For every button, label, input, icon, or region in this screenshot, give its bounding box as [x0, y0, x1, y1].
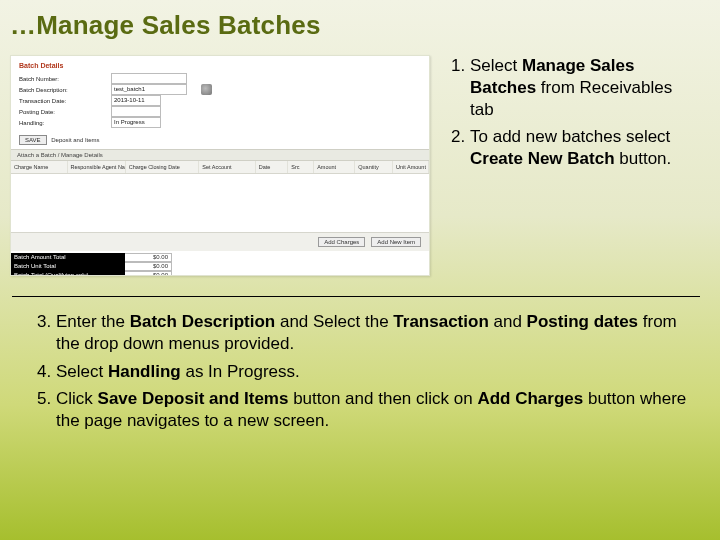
- handling-label: Handling:: [19, 120, 105, 126]
- summary-row: Batch Amount Total $0.00: [11, 253, 429, 262]
- grid-header: Charge Name Responsible Agent Name Charg…: [11, 161, 429, 174]
- summary-label: Batch Amount Total: [11, 253, 125, 262]
- col-amount: Amount: [314, 161, 355, 173]
- step-2: To add new batches select Create New Bat…: [470, 126, 698, 170]
- col-date: Date: [256, 161, 289, 173]
- panel-heading: Batch Details: [19, 62, 421, 69]
- posting-date-label: Posting Date:: [19, 109, 105, 115]
- add-new-item-button[interactable]: Add New Item: [371, 237, 421, 247]
- step-5: Click Save Deposit and Items button and …: [56, 388, 698, 432]
- summary-block: Batch Amount Total $0.00 Batch Unit Tota…: [11, 251, 429, 276]
- steps-right: Select Manage Sales Batches from Receiva…: [442, 55, 702, 176]
- col-closing-date: Charge Closing Date: [126, 161, 200, 173]
- col-account: Set Account: [199, 161, 256, 173]
- summary-label: Batch Unit Total: [11, 262, 125, 271]
- col-charge-name: Charge Name: [11, 161, 68, 173]
- summary-value: $0.00: [125, 271, 172, 276]
- speaker-icon[interactable]: [201, 84, 212, 95]
- summary-row: Batch Total (Qualifying only) $0.00: [11, 271, 429, 276]
- step-4: Select Handling as In Progress.: [56, 361, 698, 383]
- page-title: …Manage Sales Batches: [10, 10, 702, 41]
- step-1: Select Manage Sales Batches from Receiva…: [470, 55, 698, 120]
- divider: [12, 296, 700, 297]
- summary-value: $0.00: [125, 253, 172, 262]
- summary-label: Batch Total (Qualifying only): [11, 271, 125, 276]
- upper-row: Batch Details Batch Number: Batch Descri…: [10, 55, 702, 276]
- step-3: Enter the Batch Description and Select t…: [56, 311, 698, 355]
- grid-body: [11, 174, 429, 232]
- add-charges-button[interactable]: Add Charges: [318, 237, 365, 247]
- summary-value: $0.00: [125, 262, 172, 271]
- batch-desc-field[interactable]: test_batch1: [111, 84, 187, 95]
- summary-row: Batch Unit Total $0.00: [11, 262, 429, 271]
- col-src: Src: [288, 161, 314, 173]
- batch-desc-label: Batch Description:: [19, 87, 105, 93]
- save-button[interactable]: SAVE: [19, 135, 47, 145]
- col-unit-amount: Unit Amount: [393, 161, 429, 173]
- batch-number-field[interactable]: [111, 73, 187, 84]
- trans-date-field[interactable]: 2013-10-11: [111, 95, 161, 106]
- app-screenshot: Batch Details Batch Number: Batch Descri…: [10, 55, 430, 276]
- handling-field[interactable]: In Progress: [111, 117, 161, 128]
- col-agent: Responsible Agent Name: [68, 161, 126, 173]
- batch-number-label: Batch Number:: [19, 76, 105, 82]
- slide: …Manage Sales Batches Batch Details Batc…: [0, 0, 720, 540]
- col-qty: Quantity: [355, 161, 393, 173]
- posting-date-field[interactable]: [111, 106, 161, 117]
- save-caption: Deposit and Items: [51, 137, 99, 143]
- trans-date-label: Transaction Date:: [19, 98, 105, 104]
- section-bar: Attach a Batch / Manage Details: [11, 149, 429, 161]
- grid-footer-buttons: Add Charges Add New Item: [11, 232, 429, 251]
- steps-lower: Enter the Batch Description and Select t…: [10, 311, 702, 432]
